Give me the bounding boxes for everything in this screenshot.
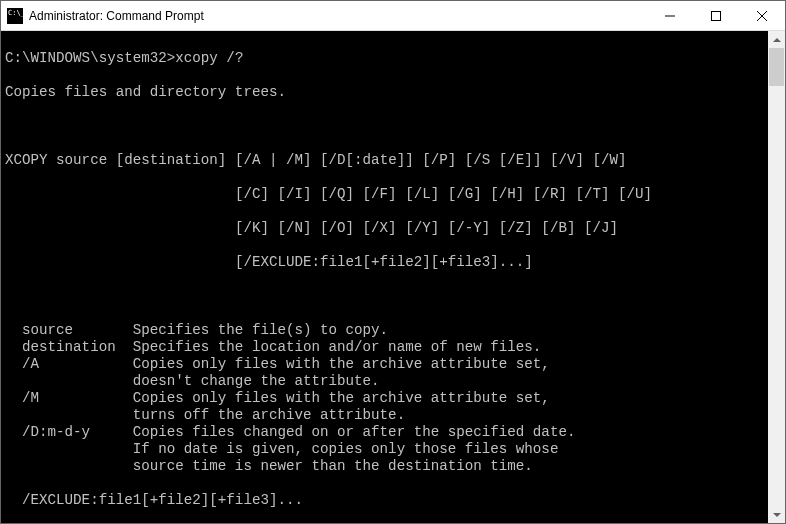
option-row: If no date is given, copies only those f… [5,441,764,458]
usage-flags-3: [/K] [/N] [/O] [/X] [/Y] [/-Y] [/Z] [/B]… [235,220,618,236]
cmd-icon [7,8,23,24]
usage-flags-2: [/C] [/I] [/Q] [/F] [/L] [/G] [/H] [/R] … [235,186,652,202]
option-desc: Copies only files with the archive attri… [133,356,550,372]
option-key: /A [22,356,133,372]
usage-flags-1: [/A | /M] [/D[:date]] [/P] [/S [/E]] [/V… [235,152,627,168]
option-key [22,441,133,457]
option-desc: Copies files changed on or after the spe… [133,424,576,440]
option-desc: source time is newer than the destinatio… [133,458,533,474]
svg-rect-1 [712,11,721,20]
option-row: turns off the archive attribute. [5,407,764,424]
close-button[interactable] [739,1,785,30]
option-key [22,407,133,423]
option-desc: doesn't change the attribute. [133,373,380,389]
window-title: Administrator: Command Prompt [29,9,647,23]
command-text: xcopy /? [175,50,243,66]
exclude-header: /EXCLUDE:file1[+file2][+file3]... [22,492,303,508]
option-key [22,373,133,389]
usage-flags-4: [/EXCLUDE:file1[+file2][+file3]...] [235,254,533,270]
option-desc: Specifies the location and/or name of ne… [133,339,542,355]
option-desc: If no date is given, copies only those f… [133,441,559,457]
option-desc: Copies only files with the archive attri… [133,390,550,406]
intro-line: Copies files and directory trees. [5,84,764,101]
option-key: /M [22,390,133,406]
prompt: C:\WINDOWS\system32> [5,50,175,66]
minimize-button[interactable] [647,1,693,30]
option-row: /M Copies only files with the archive at… [5,390,764,407]
option-row: source Specifies the file(s) to copy. [5,322,764,339]
scroll-thumb[interactable] [769,48,784,86]
option-key [22,458,133,474]
option-key: source [22,322,133,338]
option-row: destination Specifies the location and/o… [5,339,764,356]
vertical-scrollbar[interactable] [768,31,785,523]
maximize-button[interactable] [693,1,739,30]
window-controls [647,1,785,30]
option-key: /D:m-d-y [22,424,133,440]
option-row: source time is newer than the destinatio… [5,458,764,475]
option-row: /D:m-d-y Copies files changed on or afte… [5,424,764,441]
option-row: doesn't change the attribute. [5,373,764,390]
option-desc: Specifies the file(s) to copy. [133,322,388,338]
option-key: destination [22,339,133,355]
scroll-down-button[interactable] [768,506,785,523]
scroll-up-button[interactable] [768,31,785,48]
option-row: /A Copies only files with the archive at… [5,356,764,373]
client-area: C:\WINDOWS\system32>xcopy /? Copies file… [1,31,785,523]
usage-head: XCOPY source [destination] [5,152,226,168]
option-desc: turns off the archive attribute. [133,407,405,423]
titlebar[interactable]: Administrator: Command Prompt [1,1,785,31]
terminal-output[interactable]: C:\WINDOWS\system32>xcopy /? Copies file… [1,31,768,523]
